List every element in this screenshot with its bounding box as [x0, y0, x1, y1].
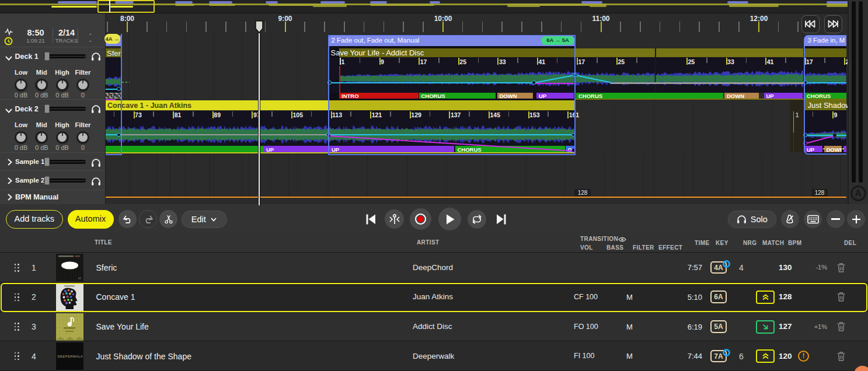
svg-text:DEEPERWALK·JSOTS: DEEPERWALK·JSOTS [57, 355, 83, 358]
